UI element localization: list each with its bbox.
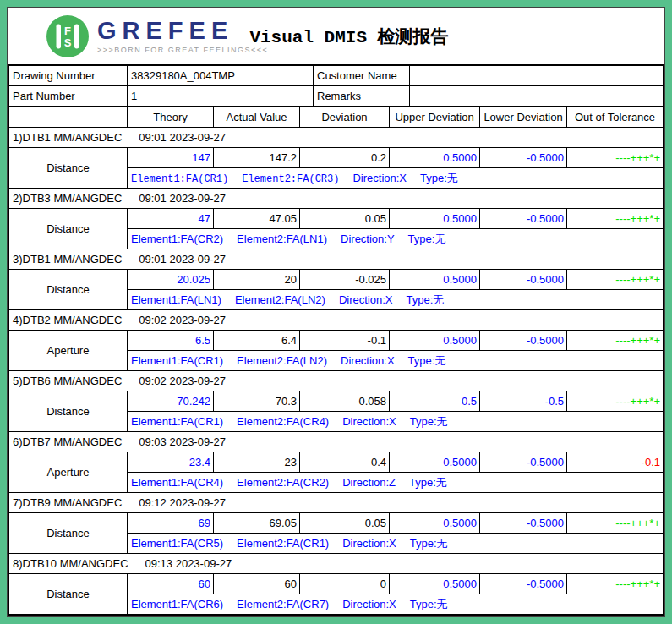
col-header-oot: Out of Tolerance <box>567 107 664 128</box>
measurement-value-row: Distance 147 147.2 0.2 0.5000 -0.5000 --… <box>9 148 664 168</box>
measurement-name: 1)DTB1 MM/ANGDEC <box>13 131 122 144</box>
measurement-value-row: Distance 69 69.05 0.05 0.5000 -0.5000 --… <box>9 513 664 534</box>
lower-deviation-value: -0.5 <box>480 391 567 412</box>
deviation-value: 0.05 <box>300 209 390 229</box>
direction-ref: Direction:X <box>352 172 407 184</box>
element1-ref: Element1:FA(CR1) <box>131 415 223 428</box>
out-of-tolerance-value: ----+++*+ <box>567 513 664 534</box>
upper-deviation-value: 0.5000 <box>390 331 480 351</box>
measurement-time: 09:01 2023-09-27 <box>139 131 226 144</box>
type-ref: Type:无 <box>410 598 448 610</box>
deviation-value: -0.025 <box>300 270 390 290</box>
deviation-value: 0 <box>300 574 390 594</box>
upper-deviation-value: 0.5000 <box>390 452 480 473</box>
remarks-label: Remarks <box>314 86 410 107</box>
actual-value: 147.2 <box>214 148 300 168</box>
measurement-name: 6)DTB7 MM/ANGDEC <box>13 435 122 448</box>
measurement-type: Distance <box>9 513 128 554</box>
measurement-value-row: Aperture 6.5 6.4 -0.1 0.5000 -0.5000 ---… <box>9 331 664 351</box>
lower-deviation-value: -0.5000 <box>480 574 567 594</box>
lower-deviation-value: -0.5000 <box>480 452 567 473</box>
actual-value: 23 <box>214 452 300 473</box>
lower-deviation-value: -0.5000 <box>480 513 567 534</box>
out-of-tolerance-value: ----+++*+ <box>567 331 664 351</box>
report-content-frame: F S GREFEE >>>BORN FOR GREAT FEELINGS<<<… <box>7 7 665 617</box>
measurement-title-row: 7)DTB9 MM/ANGDEC09:12 2023-09-27 <box>9 493 664 513</box>
type-ref: Type:无 <box>410 415 448 428</box>
deviation-value: 0.05 <box>300 513 390 534</box>
element2-ref: Element2:FA(CR2) <box>237 476 329 489</box>
theory-value: 69 <box>128 513 214 534</box>
col-header-theory: Theory <box>128 107 214 128</box>
element2-ref: Element2:FA(LN2) <box>237 354 327 367</box>
measurement-time: 09:02 2023-09-27 <box>139 314 226 326</box>
measurement-time: 09:03 2023-09-27 <box>139 435 226 448</box>
measurement-name: 8)DTB10 MM/ANGDEC <box>13 557 128 570</box>
measurement-time: 09:01 2023-09-27 <box>139 192 226 205</box>
out-of-tolerance-value: ----+++*+ <box>567 574 664 594</box>
brand-name: GREFEE <box>97 19 268 43</box>
type-ref: Type:无 <box>410 537 448 550</box>
measurement-time: 09:12 2023-09-27 <box>139 496 226 509</box>
type-ref: Type:无 <box>420 172 458 184</box>
measurement-name: 3)DTB1 MM/ANGDEC <box>13 253 122 265</box>
measurement-name: 2)DTB3 MM/ANGDEC <box>13 192 122 205</box>
remarks-value <box>410 86 664 107</box>
drawing-number-label: Drawing Number <box>9 65 128 86</box>
measurement-title-row: 5)DTB6 MM/ANGDEC09:02 2023-09-27 <box>9 371 664 391</box>
actual-value: 69.05 <box>214 513 300 534</box>
lower-deviation-value: -0.5000 <box>480 209 567 229</box>
measurement-value-row: Distance 47 47.05 0.05 0.5000 -0.5000 --… <box>9 209 664 229</box>
theory-value: 60 <box>128 574 214 594</box>
direction-ref: Direction:Z <box>342 476 396 489</box>
upper-deviation-value: 0.5000 <box>390 513 480 534</box>
element1-ref: Element1:FA(CR5) <box>131 537 223 550</box>
theory-value: 20.025 <box>128 270 214 290</box>
column-header-row: Theory Actual Value Deviation Upper Devi… <box>9 107 664 128</box>
theory-value: 147 <box>128 148 214 168</box>
col-header-upper: Upper Deviation <box>390 107 480 128</box>
col-header-deviation: Deviation <box>300 107 390 128</box>
measurement-title-row: 2)DTB3 MM/ANGDEC09:01 2023-09-27 <box>9 189 664 209</box>
element2-ref: Element2:FA(CR7) <box>237 598 329 610</box>
measurement-name: 5)DTB6 MM/ANGDEC <box>13 375 122 387</box>
report-page: F S GREFEE >>>BORN FOR GREAT FEELINGS<<<… <box>0 0 672 624</box>
theory-value: 23.4 <box>128 452 214 473</box>
upper-deviation-value: 0.5000 <box>390 574 480 594</box>
measurement-table: Theory Actual Value Deviation Upper Devi… <box>8 107 664 616</box>
col-header-empty <box>9 107 128 128</box>
customer-name-value <box>410 65 664 86</box>
measurement-name: 7)DTB9 MM/ANGDEC <box>13 496 122 509</box>
element2-ref: Element2:FA(CR3) <box>242 173 339 185</box>
report-header: F S GREFEE >>>BORN FOR GREAT FEELINGS<<<… <box>8 8 664 64</box>
measurement-type: Distance <box>9 148 128 189</box>
measurement-value-row: Aperture 23.4 23 0.4 0.5000 -0.5000 -0.1 <box>9 452 664 473</box>
grefee-logo: F S GREFEE >>>BORN FOR GREAT FEELINGS<<< <box>46 14 268 58</box>
measurement-value-row: Distance 60 60 0 0.5000 -0.5000 ----+++*… <box>9 574 664 594</box>
part-number-label: Part Number <box>9 86 128 107</box>
measurement-title-row: 6)DTB7 MM/ANGDEC09:03 2023-09-27 <box>9 432 664 452</box>
measurement-time: 09:02 2023-09-27 <box>139 375 226 387</box>
customer-name-label: Customer Name <box>314 65 410 86</box>
type-ref: Type:无 <box>408 354 446 367</box>
type-ref: Type:无 <box>409 476 447 489</box>
upper-deviation-value: 0.5000 <box>390 148 480 168</box>
brand-tagline: >>>BORN FOR GREAT FEELINGS<<< <box>97 46 268 54</box>
out-of-tolerance-value: ----+++*+ <box>567 270 664 290</box>
out-of-tolerance-value: ----+++*+ <box>567 391 664 412</box>
measurement-name: 4)DTB2 MM/ANGDEC <box>13 314 122 326</box>
actual-value: 47.05 <box>214 209 300 229</box>
element2-ref: Element2:FA(CR4) <box>237 415 329 428</box>
element2-ref: Element2:FA(LN2) <box>235 293 325 306</box>
measurement-value-row: Distance 20.025 20 -0.025 0.5000 -0.5000… <box>9 270 664 290</box>
drawing-number-value: 38329180A_004TMP <box>128 65 314 86</box>
measurement-type: Distance <box>9 270 128 310</box>
out-of-tolerance-value: ----+++*+ <box>567 209 664 229</box>
lower-deviation-value: -0.5000 <box>480 148 567 168</box>
measurement-title-row: 3)DTB1 MM/ANGDEC09:01 2023-09-27 <box>9 249 664 270</box>
measurement-table-body: Theory Actual Value Deviation Upper Devi… <box>9 107 664 616</box>
measurement-value-row: Distance 70.242 70.3 0.058 0.5 -0.5 ----… <box>9 391 664 412</box>
actual-value: 70.3 <box>214 391 300 412</box>
theory-value: 6.5 <box>128 331 214 351</box>
lower-deviation-value: -0.5000 <box>480 331 567 351</box>
